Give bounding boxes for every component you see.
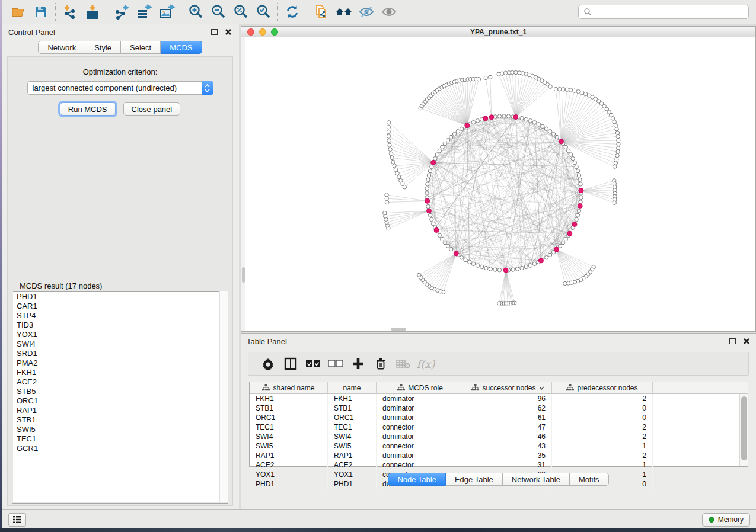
mcds-result-item[interactable]: PHD1: [13, 292, 227, 302]
clone-network-icon[interactable]: [310, 2, 333, 22]
table-cell[interactable]: ACE2: [250, 460, 328, 470]
show-all-icon[interactable]: [378, 2, 400, 22]
table-vertical-scrollbar[interactable]: [739, 394, 748, 466]
save-session-icon[interactable]: [30, 2, 52, 22]
mcds-result-item[interactable]: GCR1: [13, 444, 227, 453]
table-cell[interactable]: [653, 422, 748, 432]
export-table-icon[interactable]: [133, 2, 155, 22]
close-panel-icon[interactable]: [743, 338, 750, 345]
task-history-button[interactable]: [8, 513, 26, 527]
table-cell[interactable]: 1: [552, 460, 653, 470]
table-row[interactable]: SWI4SWI4dominator462: [250, 432, 748, 441]
network-graph[interactable]: [241, 37, 755, 331]
table-cell[interactable]: FKH1: [328, 394, 377, 403]
float-panel-icon[interactable]: [211, 29, 218, 35]
table-cell[interactable]: 2: [552, 432, 653, 441]
mcds-result-item[interactable]: STB5: [13, 387, 227, 396]
float-panel-icon[interactable]: [729, 338, 736, 344]
table-row[interactable]: TEC1TEC1connector472: [250, 422, 748, 432]
table-cell[interactable]: dominator: [377, 403, 464, 413]
table-cell[interactable]: ORC1: [328, 413, 377, 422]
table-cell[interactable]: 2: [552, 422, 653, 432]
table-cell[interactable]: SWI5: [328, 441, 377, 451]
table-cell[interactable]: 43: [464, 441, 552, 451]
first-neighbors-icon[interactable]: [333, 2, 355, 22]
zoom-fit-icon[interactable]: [229, 2, 252, 22]
tab-select[interactable]: Select: [121, 41, 161, 54]
import-table-icon[interactable]: [81, 2, 104, 22]
select-all-columns-icon[interactable]: [302, 354, 324, 373]
refresh-layout-icon[interactable]: [281, 2, 304, 22]
table-cell[interactable]: 2: [552, 394, 653, 403]
table-cell[interactable]: [653, 460, 748, 470]
column-header-name[interactable]: name: [328, 382, 377, 393]
column-header-MCDS-role[interactable]: MCDS role: [377, 382, 464, 393]
hide-selected-icon[interactable]: [355, 2, 378, 22]
tab-network-table[interactable]: Network Table: [503, 473, 570, 486]
table-cell[interactable]: STB1: [250, 403, 328, 413]
table-cell[interactable]: RAP1: [250, 451, 328, 460]
table-row[interactable]: FKH1FKH1dominator962: [250, 394, 748, 403]
column-header-predecessor-nodes[interactable]: predecessor nodes: [552, 382, 653, 393]
table-cell[interactable]: dominator: [377, 432, 464, 441]
mcds-result-item[interactable]: ORC1: [13, 396, 227, 406]
window-close-icon[interactable]: [247, 28, 254, 36]
export-image-icon[interactable]: [155, 2, 178, 22]
mcds-result-item[interactable]: STP4: [13, 311, 227, 321]
table-cell[interactable]: [653, 394, 748, 403]
table-cell[interactable]: SWI4: [328, 432, 377, 441]
tab-node-table[interactable]: Node Table: [388, 473, 446, 486]
table-cell[interactable]: ORC1: [250, 413, 328, 422]
open-file-icon[interactable]: [7, 2, 30, 22]
table-cell[interactable]: connector: [377, 422, 464, 432]
mcds-result-item[interactable]: SWI5: [13, 425, 227, 434]
table-cell[interactable]: 61: [464, 413, 552, 422]
mcds-result-item[interactable]: FKH1: [13, 368, 227, 377]
zoom-out-icon[interactable]: [207, 2, 229, 22]
zoom-selected-icon[interactable]: [252, 2, 275, 22]
table-cell[interactable]: dominator: [377, 394, 464, 403]
mcds-result-item[interactable]: ACE2: [13, 377, 227, 387]
network-vertical-scrollbar[interactable]: [241, 37, 245, 331]
column-header-successor-nodes[interactable]: successor nodes: [464, 382, 552, 393]
tab-motifs[interactable]: Motifs: [570, 473, 609, 486]
tab-edge-table[interactable]: Edge Table: [446, 473, 503, 486]
table-settings-gear-icon[interactable]: [257, 354, 279, 373]
table-cell[interactable]: STB1: [328, 403, 377, 413]
table-cell[interactable]: 1: [552, 441, 653, 451]
table-cell[interactable]: [653, 441, 748, 451]
table-cell[interactable]: 47: [464, 422, 552, 432]
tab-network[interactable]: Network: [38, 41, 85, 54]
table-cell[interactable]: ACE2: [328, 460, 377, 470]
column-header-shared-name[interactable]: shared name: [250, 382, 328, 393]
table-cell[interactable]: SWI4: [250, 432, 328, 441]
add-column-icon[interactable]: [347, 354, 369, 373]
mcds-result-item[interactable]: CAR1: [13, 302, 227, 311]
mcds-result-item[interactable]: SRD1: [13, 349, 227, 358]
window-minimize-icon[interactable]: [259, 28, 266, 36]
table-row[interactable]: RAP1RAP1dominator352: [250, 451, 748, 460]
table-cell[interactable]: connector: [377, 441, 464, 451]
search-input[interactable]: [595, 8, 744, 17]
memory-button[interactable]: Memory: [702, 513, 750, 527]
table-cell[interactable]: 35: [464, 451, 552, 460]
table-row[interactable]: ORC1ORC1dominator610: [250, 413, 748, 422]
table-cell[interactable]: 31: [464, 460, 552, 470]
table-cell[interactable]: 0: [552, 413, 653, 422]
mcds-result-list[interactable]: PHD1CAR1STP4TID3YOX1SWI4SRD1PMA2FKH1ACE2…: [13, 291, 227, 502]
table-cell[interactable]: dominator: [377, 451, 464, 460]
table-cell[interactable]: TEC1: [250, 422, 328, 432]
mcds-result-scrollbar[interactable]: [219, 291, 228, 502]
delete-column-icon[interactable]: [369, 354, 392, 373]
table-row[interactable]: ACE2ACE2connector311: [250, 460, 748, 470]
show-column-panel-icon[interactable]: [279, 354, 302, 373]
mcds-result-item[interactable]: SWI4: [13, 339, 227, 349]
mcds-result-item[interactable]: TEC1: [13, 434, 227, 444]
import-network-icon[interactable]: [59, 2, 81, 22]
table-cell[interactable]: dominator: [377, 413, 464, 422]
table-cell[interactable]: 0: [552, 403, 653, 413]
mcds-result-item[interactable]: STB1: [13, 415, 227, 425]
table-cell[interactable]: [653, 432, 748, 441]
mcds-result-item[interactable]: RAP1: [13, 406, 227, 415]
table-cell[interactable]: 2: [552, 451, 653, 460]
